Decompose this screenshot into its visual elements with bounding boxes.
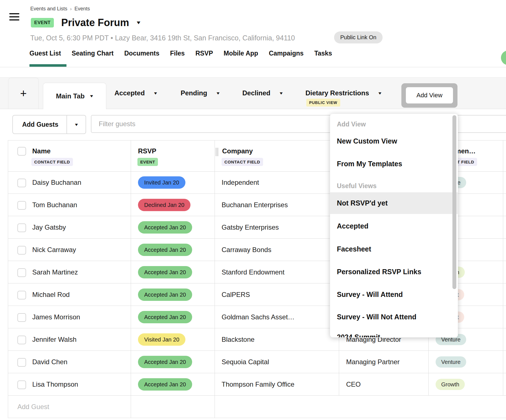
menu-item-clipped[interactable]: 2024 Summit [337,333,380,338]
view-tab-main-tab[interactable]: Main Tab ▼ [43,83,106,109]
column-header-name[interactable]: Name [32,147,50,155]
chevron-down-icon[interactable]: ▼ [89,94,94,98]
add-guest-row[interactable]: Add Guest [8,396,506,418]
event-datetime-location: Tue, Oct 5, 6:30 PM PDT • Lazy Bear, 341… [30,34,295,42]
guest-list-page: Events and Lists › Events EVENT Private … [0,0,506,420]
company-cell: Goldman Sachs Asset… [222,313,295,321]
plus-icon: + [20,87,27,100]
segment-badge: Venture [436,356,466,368]
table-row[interactable]: David Chen Accepted Jan 20 Sequoia Capit… [8,351,506,373]
column-header-rsvp[interactable]: RSVP [138,147,156,155]
tab-tasks[interactable]: Tasks [314,50,332,57]
title-cell: CEO [346,380,361,388]
row-checkbox[interactable] [17,291,26,299]
guest-name: Daisy Buchanan [32,179,81,186]
menu-item-survey-will-not-attend[interactable]: Survey - Will Not Attend [337,313,417,321]
company-cell: Buchanan Enterprises [222,201,288,209]
floating-green-button[interactable] [501,50,506,65]
company-cell: Thompson Family Office [222,380,295,388]
view-tab-declined[interactable]: Declined ▼ [242,89,283,97]
column-badge-contact-field: CONTACT FIELD [31,158,73,166]
rsvp-status-badge: Declined Jan 20 [138,199,190,211]
add-guests-button[interactable]: Add Guests [12,115,68,134]
column-badge-contact-field: CONTACT FIELD [222,158,263,166]
view-tab-accepted[interactable]: Accepted ▼ [114,89,157,97]
guest-name: Jay Gatsby [32,223,66,231]
select-all-checkbox[interactable] [17,147,26,156]
tab-rsvp[interactable]: RSVP [196,50,213,57]
company-cell: Stanford Endowment [222,268,284,276]
company-cell: Sequoia Capital [222,358,269,366]
company-cell: Independent [222,179,259,186]
breadcrumb-events[interactable]: Events [74,6,90,12]
table-row[interactable]: Lisa Thompson Accepted Jan 20 Thompson F… [8,373,506,396]
column-header-company[interactable]: Company [222,147,253,155]
rsvp-status-badge: Accepted Jan 20 [138,221,192,234]
tab-files[interactable]: Files [170,50,185,57]
breadcrumb-separator: › [70,6,72,11]
tab-mobile-app[interactable]: Mobile App [224,50,258,57]
add-guests-dropdown-button[interactable]: ▼ [66,115,86,134]
chevron-down-icon[interactable]: ▼ [279,91,284,95]
public-link-status-badge[interactable]: Public Link On [334,31,383,43]
chevron-down-icon[interactable]: ▼ [153,91,158,95]
rsvp-status-badge: Accepted Jan 20 [138,266,192,278]
rsvp-status-badge: Accepted Jan 20 [138,311,192,323]
row-checkbox[interactable] [17,380,26,389]
menu-item-accepted[interactable]: Accepted [337,222,369,230]
menu-section-useful-views: Useful Views [337,182,376,190]
row-checkbox[interactable] [17,179,26,187]
guest-name: James Morrison [32,313,80,321]
filter-placeholder: Filter guests [99,120,135,128]
menu-item-personalized-rsvp-links[interactable]: Personalized RSVP Links [337,268,421,276]
row-checkbox[interactable] [17,246,26,255]
breadcrumb-events-and-lists[interactable]: Events and Lists [30,6,67,12]
column-resize-handle-icon[interactable] [216,148,219,157]
menu-scrollbar[interactable] [452,115,456,289]
menu-item-facesheet[interactable]: Facesheet [337,245,371,253]
guest-name: David Chen [32,358,67,366]
company-cell: Gatsby Enterprises [222,223,279,231]
chevron-down-icon[interactable]: ▼ [215,91,220,95]
tab-campaigns[interactable]: Campaigns [269,50,303,57]
row-checkbox[interactable] [17,201,26,210]
add-view-tab-button[interactable]: + [8,78,39,109]
header-divider [0,67,506,67]
add-guest-placeholder[interactable]: Add Guest [17,403,49,411]
view-tab-dietary-restrictions[interactable]: Dietary Restrictions ▼ [305,89,382,97]
company-cell: CalPERS [222,291,250,299]
add-view-button[interactable]: Add View [406,87,453,103]
view-tab-label: Dietary Restrictions [305,89,369,97]
tab-guest-list[interactable]: Guest List [29,50,61,57]
event-type-badge: EVENT [31,18,54,27]
menu-item-new-custom-view[interactable]: New Custom View [337,137,397,145]
row-checkbox[interactable] [17,336,26,344]
title-dropdown-caret-icon[interactable]: ▼ [135,20,141,25]
title-cell: Managing Partner [346,358,400,366]
tab-seating-chart[interactable]: Seating Chart [72,50,114,57]
menu-item-from-my-templates[interactable]: From My Templates [337,160,402,168]
view-tab-label: Main Tab [56,92,84,100]
guest-name: Tom Buchanan [32,201,77,209]
menu-item-not-rsvpd-yet[interactable]: Not RSVP'd yet [337,199,388,207]
add-view-menu: Add View New Custom View From My Templat… [330,114,458,338]
company-cell: Blackstone [222,336,254,343]
menu-section-add-view: Add View [337,121,366,128]
menu-item-survey-will-attend[interactable]: Survey - Will Attend [337,290,403,299]
row-checkbox[interactable] [17,223,26,232]
row-checkbox[interactable] [17,268,26,277]
hamburger-menu-icon[interactable] [9,13,19,22]
tab-documents[interactable]: Documents [124,50,159,57]
page-title: Private Forum [61,17,129,29]
row-checkbox[interactable] [17,313,26,322]
chevron-down-icon: ▼ [74,123,79,127]
section-nav: Guest List Seating Chart Documents Files… [29,50,332,57]
segment-badge: Growth [436,379,465,390]
chevron-down-icon[interactable]: ▼ [377,91,382,95]
company-cell: Carraway Bonds [222,246,271,254]
view-tab-label: Pending [181,89,207,97]
row-checkbox[interactable] [17,358,26,367]
view-tab-pending[interactable]: Pending ▼ [181,89,220,97]
view-tab-label: Accepted [114,89,145,97]
rsvp-status-badge: Accepted Jan 20 [138,244,192,256]
